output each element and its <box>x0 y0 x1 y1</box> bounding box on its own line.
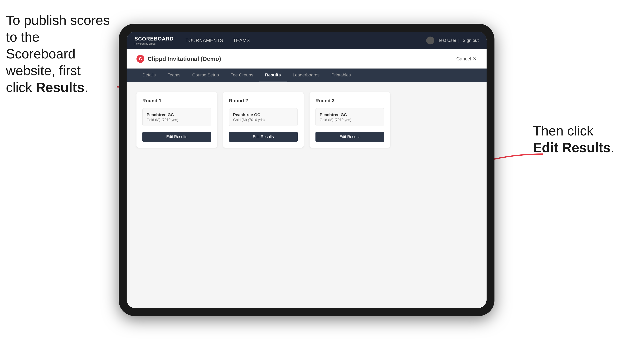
sign-out-link[interactable]: Sign out <box>463 38 479 43</box>
rounds-grid: Round 1 Peachtree GC Gold (M) (7010 yds)… <box>136 92 477 148</box>
tablet-device: SCOREBOARD Powered by clippd TOURNAMENTS… <box>119 24 494 316</box>
top-navigation: SCOREBOARD Powered by clippd TOURNAMENTS… <box>126 32 486 49</box>
edit-results-button-2[interactable]: Edit Results <box>229 132 298 142</box>
instruction-right: Then click Edit Results. <box>533 122 614 156</box>
tab-leaderboards[interactable]: Leaderboards <box>287 69 326 82</box>
tournament-name: Clippd Invitational (Demo) <box>148 55 221 62</box>
tab-course-setup[interactable]: Course Setup <box>186 69 225 82</box>
round-2-title: Round 2 <box>229 98 298 104</box>
round-3-title: Round 3 <box>316 98 384 104</box>
empty-column <box>396 92 477 148</box>
tab-printables[interactable]: Printables <box>326 69 357 82</box>
tab-teams[interactable]: Teams <box>162 69 186 82</box>
tablet-screen: SCOREBOARD Powered by clippd TOURNAMENTS… <box>126 32 486 308</box>
round-1-course-card: Peachtree GC Gold (M) (7010 yds) <box>142 108 211 126</box>
round-2-course-card: Peachtree GC Gold (M) (7010 yds) <box>229 108 298 126</box>
round-1-course-info: Gold (M) (7010 yds) <box>146 118 207 122</box>
round-2-course-info: Gold (M) (7010 yds) <box>233 118 294 122</box>
round-1-title: Round 1 <box>142 98 211 104</box>
user-name: Test User | <box>438 38 459 43</box>
tournament-icon: C <box>136 55 144 63</box>
edit-results-button-3[interactable]: Edit Results <box>316 132 384 142</box>
logo-text: SCOREBOARD <box>134 36 174 42</box>
round-3-course-card: Peachtree GC Gold (M) (7010 yds) <box>316 108 384 126</box>
instruction-left: To publish scores to the Scoreboard webs… <box>6 12 111 96</box>
round-card-3: Round 3 Peachtree GC Gold (M) (7010 yds)… <box>310 92 390 148</box>
tab-tee-groups[interactable]: Tee Groups <box>225 69 259 82</box>
nav-teams[interactable]: TEAMS <box>233 38 250 43</box>
tab-results[interactable]: Results <box>259 69 286 82</box>
tournament-header: C Clippd Invitational (Demo) Cancel ✕ <box>126 49 486 69</box>
round-1-course-name: Peachtree GC <box>146 112 207 117</box>
round-2-course-name: Peachtree GC <box>233 112 294 117</box>
logo-sub: Powered by clippd <box>134 42 174 45</box>
edit-results-button-1[interactable]: Edit Results <box>142 132 211 142</box>
nav-tournaments[interactable]: TOURNAMENTS <box>186 38 223 43</box>
round-card-1: Round 1 Peachtree GC Gold (M) (7010 yds)… <box>136 92 217 148</box>
round-3-course-name: Peachtree GC <box>320 112 380 117</box>
close-icon: ✕ <box>473 56 477 62</box>
round-card-2: Round 2 Peachtree GC Gold (M) (7010 yds)… <box>223 92 304 148</box>
tab-details[interactable]: Details <box>136 69 162 82</box>
logo-area: SCOREBOARD Powered by clippd <box>134 36 174 45</box>
main-content: Round 1 Peachtree GC Gold (M) (7010 yds)… <box>126 82 486 308</box>
cancel-button[interactable]: Cancel ✕ <box>456 56 477 62</box>
tab-bar: Details Teams Course Setup Tee Groups Re… <box>126 69 486 82</box>
user-avatar <box>426 36 434 44</box>
nav-links: TOURNAMENTS TEAMS <box>186 38 426 43</box>
round-3-course-info: Gold (M) (7010 yds) <box>320 118 380 122</box>
tournament-title: C Clippd Invitational (Demo) <box>136 55 221 63</box>
nav-right: Test User | Sign out <box>426 36 479 44</box>
